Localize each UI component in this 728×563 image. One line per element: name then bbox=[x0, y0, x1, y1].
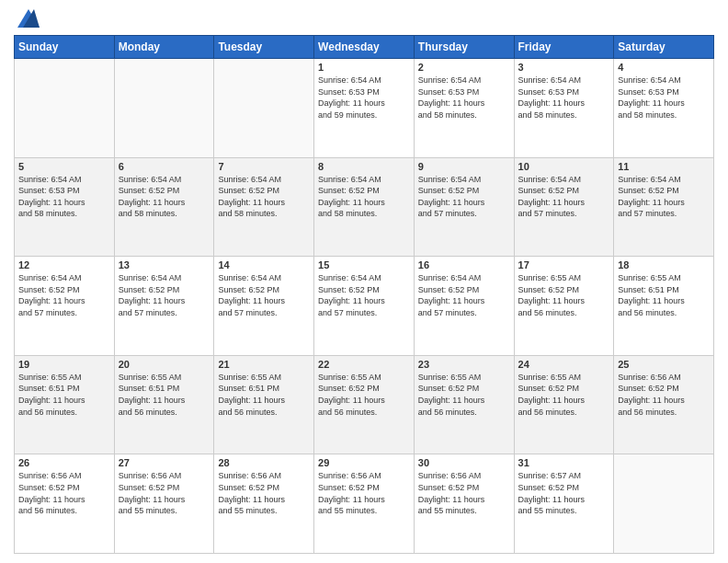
day-info: Sunrise: 6:54 AM Sunset: 6:53 PM Dayligh… bbox=[18, 174, 110, 220]
day-number: 9 bbox=[418, 161, 510, 172]
weekday-header-friday: Friday bbox=[514, 36, 614, 59]
weekday-header-saturday: Saturday bbox=[614, 36, 714, 59]
day-info: Sunrise: 6:54 AM Sunset: 6:52 PM Dayligh… bbox=[318, 272, 410, 318]
day-number: 6 bbox=[119, 161, 210, 172]
day-info: Sunrise: 6:56 AM Sunset: 6:52 PM Dayligh… bbox=[218, 470, 310, 516]
day-info: Sunrise: 6:54 AM Sunset: 6:52 PM Dayligh… bbox=[318, 174, 410, 220]
weekday-header-row: SundayMondayTuesdayWednesdayThursdayFrid… bbox=[15, 36, 714, 59]
day-info: Sunrise: 6:56 AM Sunset: 6:52 PM Dayligh… bbox=[318, 470, 410, 516]
day-info: Sunrise: 6:54 AM Sunset: 6:53 PM Dayligh… bbox=[318, 75, 410, 121]
day-info: Sunrise: 6:54 AM Sunset: 6:53 PM Dayligh… bbox=[518, 75, 610, 121]
header bbox=[14, 9, 714, 28]
day-number: 30 bbox=[418, 457, 510, 468]
day-info: Sunrise: 6:54 AM Sunset: 6:52 PM Dayligh… bbox=[618, 174, 710, 220]
day-cell: 29Sunrise: 6:56 AM Sunset: 6:52 PM Dayli… bbox=[314, 454, 415, 554]
week-row-2: 12Sunrise: 6:54 AM Sunset: 6:52 PM Dayli… bbox=[15, 257, 714, 356]
day-cell: 17Sunrise: 6:55 AM Sunset: 6:52 PM Dayli… bbox=[514, 257, 614, 356]
day-info: Sunrise: 6:54 AM Sunset: 6:52 PM Dayligh… bbox=[418, 174, 510, 220]
day-number: 2 bbox=[418, 62, 510, 73]
day-cell: 9Sunrise: 6:54 AM Sunset: 6:52 PM Daylig… bbox=[414, 157, 514, 257]
day-cell: 26Sunrise: 6:56 AM Sunset: 6:52 PM Dayli… bbox=[15, 454, 115, 554]
day-number: 8 bbox=[318, 161, 410, 172]
day-number: 3 bbox=[518, 62, 610, 73]
day-cell: 11Sunrise: 6:54 AM Sunset: 6:52 PM Dayli… bbox=[614, 157, 714, 257]
week-row-4: 26Sunrise: 6:56 AM Sunset: 6:52 PM Dayli… bbox=[15, 454, 714, 554]
day-cell bbox=[15, 59, 115, 158]
day-info: Sunrise: 6:54 AM Sunset: 6:52 PM Dayligh… bbox=[418, 272, 510, 318]
day-number: 21 bbox=[218, 359, 310, 370]
day-cell: 6Sunrise: 6:54 AM Sunset: 6:52 PM Daylig… bbox=[114, 157, 214, 257]
day-info: Sunrise: 6:55 AM Sunset: 6:52 PM Dayligh… bbox=[418, 372, 510, 418]
day-number: 18 bbox=[618, 259, 710, 270]
day-number: 16 bbox=[418, 259, 510, 270]
day-cell: 15Sunrise: 6:54 AM Sunset: 6:52 PM Dayli… bbox=[314, 257, 415, 356]
weekday-header-tuesday: Tuesday bbox=[214, 36, 314, 59]
day-info: Sunrise: 6:54 AM Sunset: 6:52 PM Dayligh… bbox=[218, 272, 310, 318]
day-number: 1 bbox=[318, 62, 410, 73]
day-info: Sunrise: 6:55 AM Sunset: 6:51 PM Dayligh… bbox=[618, 272, 710, 318]
weekday-header-thursday: Thursday bbox=[414, 36, 514, 59]
day-cell: 3Sunrise: 6:54 AM Sunset: 6:53 PM Daylig… bbox=[514, 59, 614, 158]
day-cell: 19Sunrise: 6:55 AM Sunset: 6:51 PM Dayli… bbox=[15, 355, 115, 454]
day-number: 23 bbox=[418, 359, 510, 370]
day-cell: 28Sunrise: 6:56 AM Sunset: 6:52 PM Dayli… bbox=[214, 454, 314, 554]
day-number: 13 bbox=[119, 259, 210, 270]
day-cell: 20Sunrise: 6:55 AM Sunset: 6:51 PM Dayli… bbox=[114, 355, 214, 454]
day-number: 5 bbox=[18, 161, 110, 172]
day-cell: 23Sunrise: 6:55 AM Sunset: 6:52 PM Dayli… bbox=[414, 355, 514, 454]
day-number: 15 bbox=[318, 259, 410, 270]
day-cell: 16Sunrise: 6:54 AM Sunset: 6:52 PM Dayli… bbox=[414, 257, 514, 356]
day-cell: 27Sunrise: 6:56 AM Sunset: 6:52 PM Dayli… bbox=[114, 454, 214, 554]
day-number: 7 bbox=[218, 161, 310, 172]
day-cell: 21Sunrise: 6:55 AM Sunset: 6:51 PM Dayli… bbox=[214, 355, 314, 454]
day-number: 17 bbox=[518, 259, 610, 270]
day-info: Sunrise: 6:56 AM Sunset: 6:52 PM Dayligh… bbox=[119, 470, 210, 516]
day-info: Sunrise: 6:54 AM Sunset: 6:53 PM Dayligh… bbox=[418, 75, 510, 121]
day-cell: 31Sunrise: 6:57 AM Sunset: 6:52 PM Dayli… bbox=[514, 454, 614, 554]
week-row-0: 1Sunrise: 6:54 AM Sunset: 6:53 PM Daylig… bbox=[15, 59, 714, 158]
week-row-1: 5Sunrise: 6:54 AM Sunset: 6:53 PM Daylig… bbox=[15, 157, 714, 257]
day-info: Sunrise: 6:55 AM Sunset: 6:52 PM Dayligh… bbox=[518, 372, 610, 418]
calendar-table: SundayMondayTuesdayWednesdayThursdayFrid… bbox=[14, 35, 714, 554]
day-cell bbox=[614, 454, 714, 554]
logo bbox=[14, 9, 40, 28]
day-cell: 1Sunrise: 6:54 AM Sunset: 6:53 PM Daylig… bbox=[314, 59, 415, 158]
day-cell: 30Sunrise: 6:56 AM Sunset: 6:52 PM Dayli… bbox=[414, 454, 514, 554]
day-info: Sunrise: 6:57 AM Sunset: 6:52 PM Dayligh… bbox=[518, 470, 610, 516]
day-info: Sunrise: 6:56 AM Sunset: 6:52 PM Dayligh… bbox=[18, 470, 110, 516]
day-number: 27 bbox=[119, 457, 210, 468]
day-number: 19 bbox=[18, 359, 110, 370]
day-cell: 14Sunrise: 6:54 AM Sunset: 6:52 PM Dayli… bbox=[214, 257, 314, 356]
day-number: 26 bbox=[18, 457, 110, 468]
logo-icon bbox=[17, 9, 40, 28]
day-cell: 24Sunrise: 6:55 AM Sunset: 6:52 PM Dayli… bbox=[514, 355, 614, 454]
day-number: 25 bbox=[618, 359, 710, 370]
day-info: Sunrise: 6:55 AM Sunset: 6:51 PM Dayligh… bbox=[18, 372, 110, 418]
day-cell: 5Sunrise: 6:54 AM Sunset: 6:53 PM Daylig… bbox=[15, 157, 115, 257]
day-cell: 13Sunrise: 6:54 AM Sunset: 6:52 PM Dayli… bbox=[114, 257, 214, 356]
day-number: 4 bbox=[618, 62, 710, 73]
day-number: 29 bbox=[318, 457, 410, 468]
day-number: 31 bbox=[518, 457, 610, 468]
day-info: Sunrise: 6:56 AM Sunset: 6:52 PM Dayligh… bbox=[618, 372, 710, 418]
day-info: Sunrise: 6:54 AM Sunset: 6:52 PM Dayligh… bbox=[218, 174, 310, 220]
day-cell: 18Sunrise: 6:55 AM Sunset: 6:51 PM Dayli… bbox=[614, 257, 714, 356]
day-info: Sunrise: 6:54 AM Sunset: 6:52 PM Dayligh… bbox=[518, 174, 610, 220]
day-info: Sunrise: 6:55 AM Sunset: 6:52 PM Dayligh… bbox=[318, 372, 410, 418]
page: SundayMondayTuesdayWednesdayThursdayFrid… bbox=[0, 0, 728, 563]
day-info: Sunrise: 6:54 AM Sunset: 6:52 PM Dayligh… bbox=[119, 272, 210, 318]
day-number: 20 bbox=[119, 359, 210, 370]
day-cell bbox=[114, 59, 214, 158]
day-number: 24 bbox=[518, 359, 610, 370]
day-cell: 8Sunrise: 6:54 AM Sunset: 6:52 PM Daylig… bbox=[314, 157, 415, 257]
day-number: 11 bbox=[618, 161, 710, 172]
weekday-header-monday: Monday bbox=[114, 36, 214, 59]
day-number: 12 bbox=[18, 259, 110, 270]
day-cell: 10Sunrise: 6:54 AM Sunset: 6:52 PM Dayli… bbox=[514, 157, 614, 257]
day-number: 28 bbox=[218, 457, 310, 468]
day-cell: 4Sunrise: 6:54 AM Sunset: 6:53 PM Daylig… bbox=[614, 59, 714, 158]
week-row-3: 19Sunrise: 6:55 AM Sunset: 6:51 PM Dayli… bbox=[15, 355, 714, 454]
day-cell bbox=[214, 59, 314, 158]
day-info: Sunrise: 6:54 AM Sunset: 6:52 PM Dayligh… bbox=[18, 272, 110, 318]
day-cell: 25Sunrise: 6:56 AM Sunset: 6:52 PM Dayli… bbox=[614, 355, 714, 454]
